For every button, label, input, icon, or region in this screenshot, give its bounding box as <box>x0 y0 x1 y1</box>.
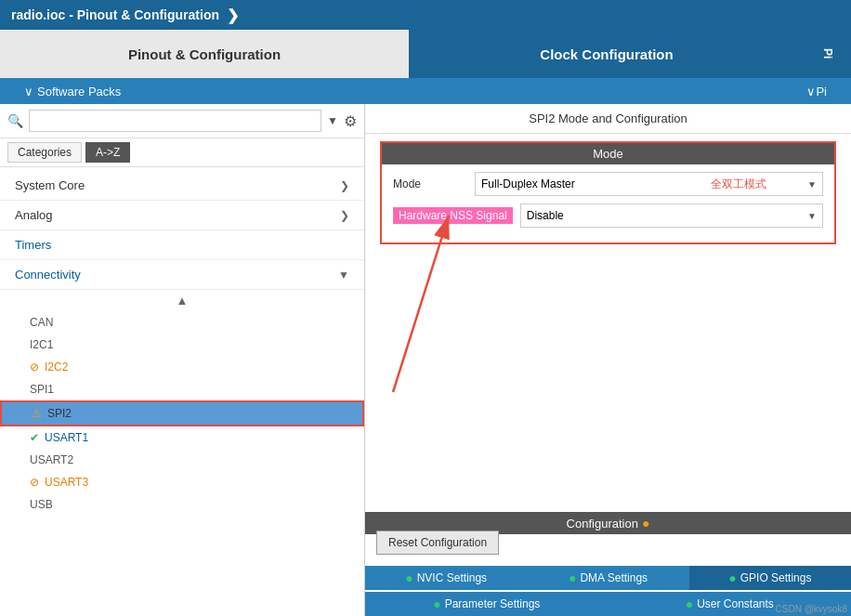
dma-check-icon: ● <box>569 570 576 585</box>
tab-categories[interactable]: Categories <box>7 142 82 163</box>
nss-select-arrow: ▼ <box>807 211 817 221</box>
gpio-check-icon: ● <box>728 570 736 585</box>
sidebar-item-i2c1[interactable]: I2C1 <box>0 334 364 356</box>
mode-annotation: 全双工模式 <box>711 177 766 192</box>
pinout-right-chevron: ∨ <box>806 85 816 98</box>
analog-chevron: ❯ <box>340 209 349 222</box>
sidebar-item-usb[interactable]: USB <box>0 493 364 516</box>
nvic-check-icon: ● <box>405 570 412 585</box>
tab-parameter-settings[interactable]: ● Parameter Settings <box>365 592 609 616</box>
sidebar-item-timers[interactable]: Timers <box>0 230 364 260</box>
system-core-chevron: ❯ <box>340 179 349 192</box>
sidebar-tabs: Categories A->Z <box>0 138 364 167</box>
nss-row: Hardware NSS Signal Disable ▼ <box>393 203 823 228</box>
spi2-warning-icon: ⚠ <box>32 407 42 420</box>
tab-nvic-settings[interactable]: ● NVIC Settings <box>365 566 527 590</box>
mode-label: Mode <box>393 177 467 190</box>
reset-section: Reset Configuration <box>365 525 851 560</box>
mode-section: Mode Mode Full-Duplex Master 全双工模式 ▼ Har… <box>380 141 836 244</box>
sidebar-item-can[interactable]: CAN <box>0 311 364 334</box>
tab-a-z[interactable]: A->Z <box>85 142 130 163</box>
sidebar-list: System Core ❯ Analog ❯ Timers Connectivi… <box>0 167 364 616</box>
tab-clock[interactable]: Clock Configuration <box>409 30 805 78</box>
sidebar-item-usart1[interactable]: ✔ USART1 <box>0 426 364 449</box>
nss-select[interactable]: Disable ▼ <box>520 203 823 228</box>
nss-select-value: Disable <box>527 209 564 222</box>
sidebar-item-i2c2[interactable]: ⊘ I2C2 <box>0 356 364 378</box>
title-bar: radio.ioc - Pinout & Configuration ❯ <box>0 0 851 30</box>
sidebar: 🔍 ▼ ⚙ Categories A->Z System Core ❯ Anal… <box>0 104 365 616</box>
connectivity-divider: ▲ <box>0 290 364 311</box>
secondary-nav: ∨ Software Packs ∨ Pi <box>0 78 851 104</box>
expand-up-arrow: ▲ <box>177 294 189 308</box>
mode-body: Mode Full-Duplex Master 全双工模式 ▼ Hardware… <box>382 164 834 242</box>
tab-dma-settings[interactable]: ● DMA Settings <box>527 566 688 590</box>
nss-label: Hardware NSS Signal <box>393 207 513 224</box>
mode-select-value: Full-Duplex Master <box>481 177 575 190</box>
mode-header: Mode <box>382 143 834 164</box>
mode-select-arrow: ▼ <box>807 179 817 190</box>
sidebar-item-connectivity[interactable]: Connectivity ▼ <box>0 260 364 290</box>
tab-pinout[interactable]: Pinout & Configuration <box>0 30 409 78</box>
content-panel: SPI2 Mode and Configuration Mode Mode Fu… <box>365 104 851 616</box>
param-check-icon: ● <box>433 596 440 611</box>
gear-icon[interactable]: ⚙ <box>344 112 357 130</box>
sidebar-item-system-core[interactable]: System Core ❯ <box>0 171 364 201</box>
i2c2-disabled-icon: ⊘ <box>30 360 39 374</box>
sidebar-item-usart2[interactable]: USART2 <box>0 449 364 471</box>
sidebar-item-analog[interactable]: Analog ❯ <box>0 201 364 230</box>
usart3-disabled-icon: ⊘ <box>30 476 39 489</box>
watermark: CSDN @kvysok8 <box>776 604 847 614</box>
nav-pinout-right[interactable]: ∨ Pi <box>792 85 842 98</box>
tab-pi[interactable]: Pi <box>805 30 851 78</box>
tab-gpio-settings[interactable]: ● GPIO Settings <box>689 566 851 590</box>
search-icon: 🔍 <box>7 113 23 128</box>
user-const-check-icon: ● <box>686 596 693 611</box>
nav-software-packs[interactable]: ∨ Software Packs <box>9 85 136 98</box>
software-packs-chevron: ∨ <box>24 85 33 98</box>
sidebar-item-spi1[interactable]: SPI1 <box>0 378 364 400</box>
mode-row: Mode Full-Duplex Master 全双工模式 ▼ <box>393 172 823 196</box>
reset-button[interactable]: Reset Configuration <box>376 531 499 555</box>
mode-select[interactable]: Full-Duplex Master 全双工模式 ▼ <box>475 172 823 196</box>
top-nav: Pinout & Configuration Clock Configurati… <box>0 30 851 78</box>
search-input[interactable] <box>29 110 321 132</box>
title-bar-chevron: ❯ <box>227 7 239 24</box>
search-dropdown-arrow[interactable]: ▼ <box>327 114 338 127</box>
main-layout: 🔍 ▼ ⚙ Categories A->Z System Core ❯ Anal… <box>0 104 851 616</box>
sidebar-item-usart3[interactable]: ⊘ USART3 <box>0 471 364 493</box>
sidebar-item-spi2[interactable]: ⚠ SPI2 <box>0 400 364 426</box>
usart1-check-icon: ✔ <box>30 431 39 444</box>
bottom-tabs-row1: ● NVIC Settings ● DMA Settings ● GPIO Se… <box>365 566 851 590</box>
connectivity-chevron: ▼ <box>338 269 349 282</box>
content-title: SPI2 Mode and Configuration <box>365 104 851 134</box>
sidebar-search-bar: 🔍 ▼ ⚙ <box>0 104 364 138</box>
title-bar-text: radio.ioc - Pinout & Configuration <box>11 7 219 22</box>
